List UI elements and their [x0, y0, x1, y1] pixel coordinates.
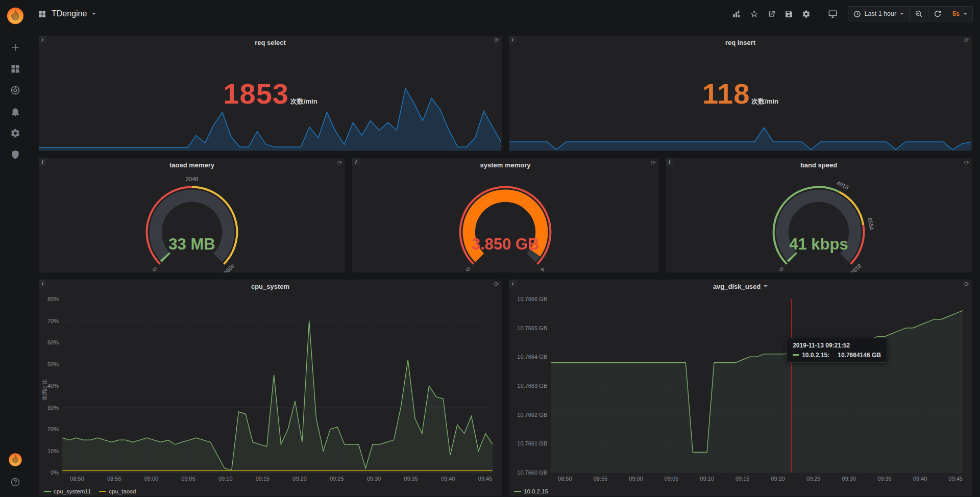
- y-axis-tick-label: 10.7665 GB: [517, 325, 547, 331]
- legend-series-label: 10.0.2.15: [524, 488, 548, 494]
- y-axis-tick-label: 10.7663 GB: [517, 383, 547, 389]
- legend-item[interactable]: 10.0.2.15: [514, 488, 548, 494]
- share-dashboard-button[interactable]: [764, 6, 779, 21]
- panel-header: avg_disk_used: [509, 280, 972, 293]
- tooltip-series-value: 10.7664146 GB: [838, 352, 881, 359]
- panel-title[interactable]: cpu_system: [251, 283, 289, 290]
- panel-info-icon[interactable]: i: [39, 36, 46, 43]
- chevron-down-icon: [92, 13, 96, 15]
- star-dashboard-button[interactable]: [747, 6, 762, 21]
- legend-series-color: [44, 491, 51, 492]
- sidebar-item-dashboards[interactable]: [0, 58, 31, 80]
- explore-compass-icon: [10, 85, 20, 95]
- y-axis-tick-label: 10.7660 GB: [517, 469, 547, 476]
- legend-series-color: [99, 491, 106, 492]
- legend-item[interactable]: cpu_system11: [44, 488, 91, 494]
- panel-title[interactable]: req insert: [725, 39, 755, 46]
- chevron-down-icon: [963, 13, 967, 15]
- dashboard-settings-button[interactable]: [799, 6, 814, 21]
- panel-info-icon[interactable]: i: [352, 158, 360, 166]
- sidebar-item-alerting[interactable]: [0, 101, 31, 122]
- timeseries-chart: 10.7660 GB10.7661 GB10.7662 GB10.7663 GB…: [512, 294, 968, 484]
- panel-info-icon[interactable]: i: [39, 280, 46, 287]
- cycle-view-mode-button[interactable]: [825, 6, 841, 21]
- singlestat-value-wrap: 118 次数/min: [509, 80, 972, 108]
- share-icon: [767, 10, 776, 18]
- panel-title[interactable]: band speed: [800, 161, 837, 169]
- panel-system-memory: i ⟳ system memory 043.850 GB: [352, 158, 658, 272]
- save-dashboard-button[interactable]: [781, 6, 797, 21]
- add-panel-button[interactable]: [729, 6, 745, 21]
- x-axis-tick-label: 09:00: [144, 476, 159, 482]
- x-axis-tick-label: 09:05: [181, 476, 195, 482]
- dashboard-picker[interactable]: TDengine: [38, 9, 96, 18]
- x-axis-tick-label: 09:05: [665, 476, 679, 482]
- sidebar-item-configuration[interactable]: [0, 122, 31, 144]
- y-axis-tick-label: 60%: [47, 339, 59, 345]
- panel-body: 118 次数/min: [509, 49, 972, 151]
- singlestat-value: 1853: [223, 80, 289, 108]
- chevron-down-icon: [900, 13, 904, 15]
- panel-req-select: i ⟳ req select 1853 次数/min: [39, 36, 502, 151]
- panel-req-insert: i ⟳ req insert 118 次数/min: [509, 36, 972, 151]
- panel-menu-caret-icon: [764, 285, 768, 287]
- y-axis-tick-label: 10.7666 GB: [517, 296, 547, 302]
- refresh-interval-picker[interactable]: 5s: [947, 6, 973, 21]
- panel-loading-icon: ⟳: [494, 37, 499, 44]
- panel-avg-disk-used: i ⟳ avg_disk_used 10.7660 GB10.7661 GB10…: [509, 280, 972, 496]
- dashboards-grid-icon: [10, 64, 20, 74]
- panel-title[interactable]: system memory: [480, 161, 531, 169]
- sidebar-item-explore[interactable]: [0, 80, 31, 101]
- panel-loading-icon: ⟳: [494, 281, 499, 288]
- shield-icon: [10, 150, 20, 160]
- panel-taosd-memory: i ⟳ taosd memery 02048409633 MB: [39, 158, 345, 272]
- grafana-logo[interactable]: [6, 6, 25, 26]
- gear-icon: [10, 128, 20, 138]
- user-avatar[interactable]: [8, 452, 23, 467]
- sidebar-item-help[interactable]: [0, 475, 31, 490]
- taosd-memory-gauge: 02048409633 MB: [39, 171, 345, 272]
- panel-info-icon[interactable]: i: [666, 158, 673, 166]
- y-axis-label: 使用占比: [41, 379, 48, 401]
- refresh-icon: [934, 10, 942, 18]
- legend-item[interactable]: cpu_taosd: [99, 488, 136, 494]
- add-panel-icon: [732, 9, 742, 19]
- graph-legend: 10.0.2.15: [514, 488, 548, 494]
- gauge-threshold-label: 4916: [836, 180, 849, 191]
- tooltip-series-color: [793, 354, 799, 356]
- panel-info-icon[interactable]: i: [39, 158, 46, 166]
- sidebar-item-server-admin[interactable]: [0, 144, 31, 165]
- gauge-value: 3.850 GB: [472, 235, 540, 253]
- panel-loading-icon: ⟳: [964, 37, 969, 44]
- panel-title[interactable]: req select: [255, 39, 286, 46]
- panel-loading-icon: ⟳: [651, 159, 656, 166]
- tooltip-series-row: 10.0.2.15: 10.7664146 GB: [793, 352, 881, 359]
- system-memory-gauge: 043.850 GB: [352, 171, 658, 272]
- y-axis-tick-label: 70%: [47, 318, 59, 324]
- singlestat-unit: 次数/min: [290, 97, 317, 106]
- panel-title[interactable]: avg_disk_used: [713, 283, 768, 290]
- x-axis-tick-label: 09:00: [629, 476, 643, 482]
- zoom-out-button[interactable]: [910, 6, 928, 21]
- panel-header: req select: [39, 36, 502, 49]
- time-range-picker[interactable]: Last 1 hour: [848, 6, 910, 21]
- sidebar-item-create[interactable]: [0, 37, 31, 58]
- cpu-system-graph: 0%10%20%30%40%50%60%70%80%08:5008:5509:0…: [42, 294, 498, 484]
- navbar: TDengine: [31, 0, 980, 28]
- dashboard-grid-icon: [38, 10, 46, 18]
- dashboard-title: TDengine: [52, 9, 87, 18]
- refresh-button[interactable]: [928, 6, 947, 21]
- panel-info-icon[interactable]: i: [509, 36, 517, 43]
- refresh-interval-label: 5s: [952, 10, 960, 17]
- time-range-label: Last 1 hour: [865, 10, 897, 17]
- panel-header: taosd memery: [39, 158, 345, 171]
- gauge-chart: 043.850 GB: [352, 171, 658, 272]
- timeseries-chart: 0%10%20%30%40%50%60%70%80%08:5008:5509:0…: [42, 294, 498, 484]
- panel-info-icon[interactable]: i: [509, 280, 517, 287]
- y-axis-tick-label: 40%: [47, 383, 59, 389]
- panel-body: 043.850 GB: [352, 171, 658, 272]
- panel-loading-icon: ⟳: [964, 281, 969, 288]
- sidebar: [0, 0, 31, 497]
- panel-title[interactable]: taosd memery: [169, 161, 214, 169]
- panel-body: 02048409633 MB: [39, 171, 345, 272]
